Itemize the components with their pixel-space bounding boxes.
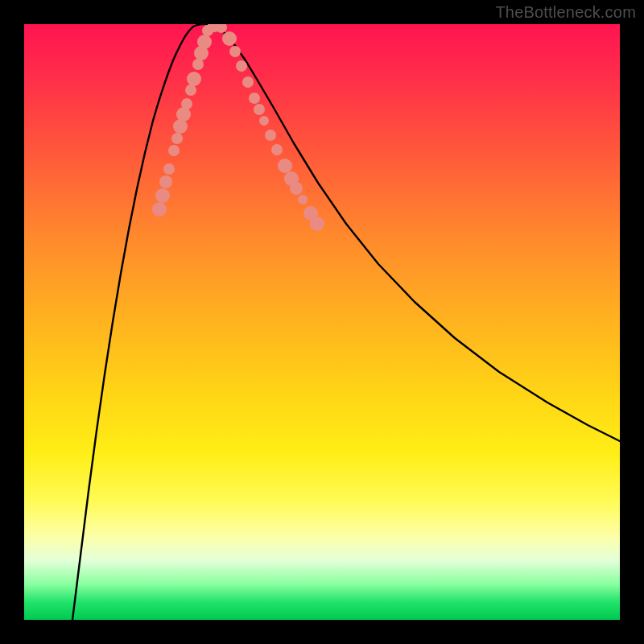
curve-marker xyxy=(192,59,204,70)
curve-marker xyxy=(254,104,265,115)
curve-marker xyxy=(290,182,303,195)
curve-marker xyxy=(265,130,276,141)
curve-marker xyxy=(187,72,201,86)
curve-marker xyxy=(163,163,175,175)
curve-marker xyxy=(278,159,292,173)
curve-marker xyxy=(271,144,283,155)
curve-marker xyxy=(168,145,180,156)
chart-svg xyxy=(24,24,620,620)
curve-marker xyxy=(152,202,167,217)
curve-marker xyxy=(181,98,192,109)
curve-marker xyxy=(185,85,196,96)
curve-marker xyxy=(298,195,308,204)
curve-marker xyxy=(176,107,191,122)
watermark-text: TheBottleneck.com xyxy=(495,3,636,22)
curve-marker xyxy=(249,93,260,104)
curve-marker xyxy=(155,188,170,203)
curve-marker xyxy=(222,31,237,46)
curve-marker xyxy=(242,76,254,88)
curve-marker xyxy=(259,116,269,126)
curve-marker xyxy=(310,217,324,231)
curve-marker xyxy=(236,60,247,72)
curve-markers xyxy=(152,24,324,231)
curve-marker xyxy=(216,24,227,33)
curve-marker xyxy=(197,35,212,49)
chart-plot-area xyxy=(24,24,620,620)
curve-marker xyxy=(229,46,241,57)
curve-marker xyxy=(159,175,172,188)
bottleneck-curve xyxy=(72,24,620,620)
curve-marker xyxy=(171,133,183,144)
chart-frame: TheBottleneck.com xyxy=(0,0,644,644)
